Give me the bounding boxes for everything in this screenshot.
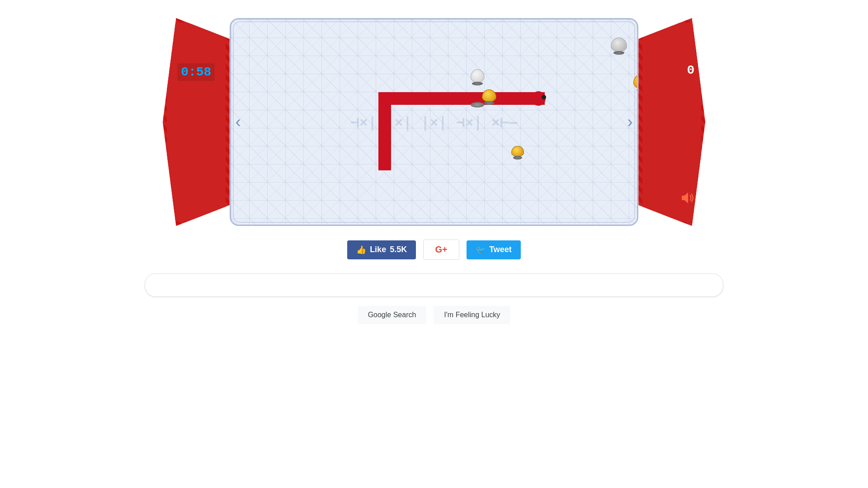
facebook-like-count: 5.5K	[390, 245, 407, 254]
google-plus-button[interactable]: G+	[423, 239, 459, 260]
facebook-like-label: Like	[370, 245, 386, 254]
sound-icon-container[interactable]	[680, 191, 694, 208]
nav-arrow-left[interactable]: ‹	[236, 113, 241, 131]
doodle-wrapper: 0:58 ⊣×||×||×|⊣×|×⊢— ‹ ›	[163, 18, 705, 226]
game-score: 0	[687, 63, 694, 77]
food-dumpling-white-1	[471, 69, 484, 85]
snake-svg	[330, 65, 557, 200]
right-panel: 0	[638, 18, 705, 226]
left-panel: 0:58	[163, 18, 230, 226]
food-dumpling-top-right	[611, 38, 627, 55]
food-dumpling-center	[511, 146, 524, 160]
search-input[interactable]	[145, 273, 723, 297]
twitter-tweet-label: Tweet	[489, 245, 512, 254]
food-dumpling-stand-1	[471, 103, 484, 108]
thumbs-up-icon: 👍	[356, 245, 366, 255]
nav-arrow-right[interactable]: ›	[627, 113, 632, 131]
twitter-bird-icon: 🐦	[476, 245, 486, 255]
search-buttons: Google Search I'm Feeling Lucky	[358, 306, 511, 324]
food-dumpling-gold-1	[482, 89, 496, 105]
food-dumpling-gold-right	[633, 74, 639, 92]
svg-marker-2	[682, 192, 688, 203]
svg-point-1	[542, 95, 546, 99]
gplus-label: G+	[435, 244, 448, 255]
feeling-lucky-button[interactable]: I'm Feeling Lucky	[434, 306, 510, 324]
sound-icon	[680, 191, 694, 205]
facebook-like-button[interactable]: 👍 Like 5.5K	[347, 240, 416, 259]
social-bar: 👍 Like 5.5K G+ 🐦 Tweet	[347, 239, 521, 260]
search-container	[145, 273, 723, 297]
twitter-tweet-button[interactable]: 🐦 Tweet	[467, 240, 521, 259]
google-search-button[interactable]: Google Search	[358, 306, 427, 324]
game-timer: 0:58	[177, 63, 215, 81]
game-board: ⊣×||×||×|⊣×|×⊢— ‹ ›	[230, 18, 639, 226]
